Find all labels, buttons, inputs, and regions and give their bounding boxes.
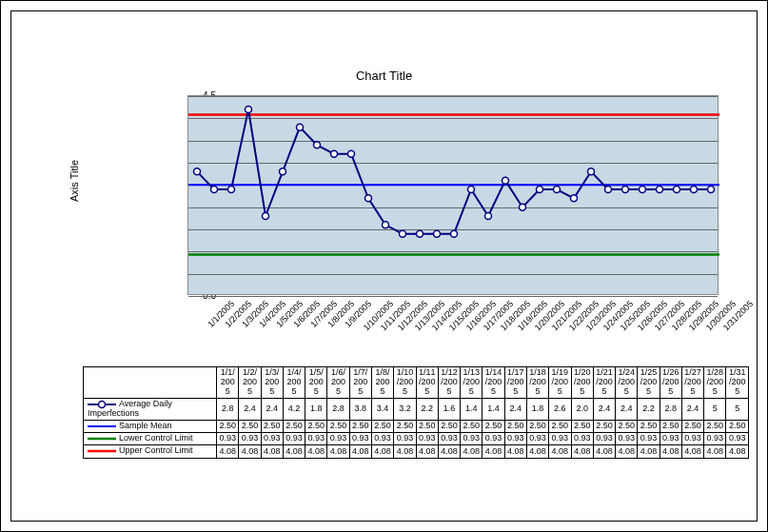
table-cell: 2.50 [660,420,681,432]
table-cell: 0.93 [217,433,239,445]
table-cell: 0.93 [482,433,504,445]
data-marker [348,150,355,157]
table-cell: 2.8 [660,398,681,420]
legend-swatch-icon [88,434,116,443]
table-header-cell: 1/4/2005 [283,367,305,399]
table-cell: 2.50 [349,420,371,432]
data-marker [400,230,406,237]
data-marker [451,230,458,237]
plot-area [187,95,719,295]
table-header-cell: 1/2/2005 [239,367,261,399]
table-cell: 2.8 [217,398,239,420]
table-cell: 4.08 [704,445,726,458]
data-markers [194,107,715,238]
table-cell: 2.50 [461,420,482,432]
data-marker [537,187,543,193]
table-header-cell: 1/18/2005 [526,367,548,399]
table-cell: 4.08 [283,445,305,458]
table-cell: 2.50 [416,420,438,432]
table-row: Sample Mean2.502.502.502.502.502.502.502… [84,420,749,432]
table-cell: 2.50 [239,420,261,432]
table-cell: 5 [726,398,749,420]
table-cell: 0.93 [305,433,327,445]
table-cell: 4.08 [305,445,327,458]
table-cell: 4.08 [726,445,749,458]
table-cell: 2.50 [327,420,349,432]
table-header-row: 1/1/20051/2/20051/3/20051/4/20051/5/2005… [84,367,749,399]
table-cell: 0.93 [239,433,261,445]
chart-title: Chart Title [356,69,412,83]
outer-frame: Chart Title Axis Title 0.00.51.01.52.02.… [0,0,768,532]
data-marker [502,177,509,184]
table-cell: 2.50 [394,420,416,432]
table-cell: 0.93 [349,433,371,445]
table-cell: 2.4 [239,398,261,420]
data-marker [657,187,663,193]
inner-frame: Chart Title Axis Title 0.00.51.01.52.02.… [10,10,758,522]
table-cell: 2.50 [305,420,327,432]
table-header-cell: 1/8/2005 [371,367,393,399]
table-cell: 2.50 [571,420,593,432]
legend-label-cell: Lower Control Limit [84,433,217,445]
table-header-cell: 1/25/2005 [638,367,660,399]
table-cell: 2.50 [526,420,548,432]
table-cell: 4.08 [349,445,371,458]
table-cell: 0.93 [283,433,305,445]
table-cell: 4.08 [638,445,660,458]
chart-svg [188,96,718,294]
table-header-cell: 1/7/2005 [349,367,371,399]
table-cell: 2.50 [593,420,615,432]
data-marker [674,187,680,193]
table-row: Average Daily Imperfections2.82.42.44.21… [84,398,749,420]
table-cell: 0.93 [526,433,548,445]
table-header-cell: 1/24/2005 [616,367,638,399]
table-cell: 4.08 [438,445,460,458]
data-marker [228,187,235,193]
table-cell: 2.4 [504,398,526,420]
table-cell: 2.50 [726,420,749,432]
data-marker [588,168,595,175]
table-cell: 0.93 [504,433,526,445]
table-cell: 2.50 [261,420,283,432]
table-cell: 2.2 [638,398,660,420]
table-cell: 2.50 [371,420,393,432]
y-axis-title: Axis Title [69,160,80,202]
table-cell: 0.93 [438,433,460,445]
table-cell: 2.50 [638,420,660,432]
data-marker [331,150,338,157]
table-cell: 2.50 [217,420,239,432]
table-row: Upper Control Limit4.084.084.084.084.084… [84,445,749,458]
table-cell: 3.2 [394,398,416,420]
legend-label-cell: Upper Control Limit [84,445,217,458]
table-cell: 0.93 [726,433,749,445]
table-cell: 0.93 [371,433,393,445]
x-axis-labels: 1/1/20051/2/20051/3/20051/4/20051/5/2005… [187,299,719,368]
data-marker [485,213,492,220]
table-cell: 0.93 [616,433,638,445]
legend-swatch-icon [88,422,116,431]
data-marker [263,213,269,220]
table-header-cell: 1/13/2005 [461,367,482,399]
table-cell: 3.4 [371,398,393,420]
table-header-cell: 1/6/2005 [327,367,349,399]
table-header-cell: 1/3/2005 [261,367,283,399]
data-marker [571,195,578,202]
table-header-cell: 1/28/2005 [704,367,726,399]
table-cell: 2.50 [681,420,703,432]
data-marker [365,195,372,202]
data-marker [314,142,321,148]
data-marker [280,168,286,175]
table-cell: 2.0 [571,398,593,420]
table-row: Lower Control Limit0.930.930.930.930.930… [84,433,749,445]
data-marker [211,187,218,193]
data-marker [605,187,612,193]
table-cell: 2.50 [482,420,504,432]
table-cell: 2.2 [416,398,438,420]
table-cell: 4.08 [327,445,349,458]
table-cell: 0.93 [394,433,416,445]
table-cell: 0.93 [416,433,438,445]
table-cell: 4.08 [616,445,638,458]
table-cell: 0.93 [461,433,482,445]
table-cell: 3.8 [349,398,371,420]
table-header-cell: 1/20/2005 [571,367,593,399]
